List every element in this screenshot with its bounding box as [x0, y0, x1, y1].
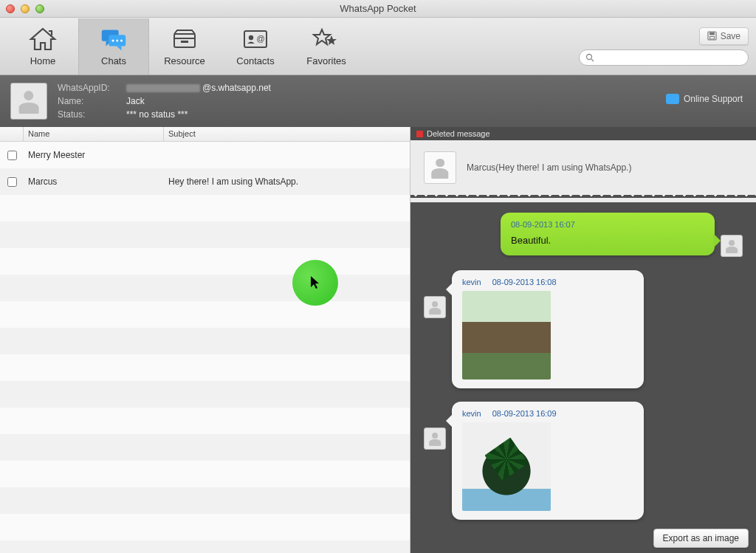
row-checkbox[interactable] — [7, 151, 17, 160]
minimize-window-button[interactable] — [21, 4, 30, 13]
status-value: *** no status *** — [126, 109, 188, 120]
header-subject[interactable]: Subject — [164, 127, 410, 141]
deleted-label: Deleted message — [427, 129, 490, 138]
toolbar-label: Favorites — [306, 55, 346, 66]
message-bubble[interactable]: kevin 08-09-2013 16:08 — [452, 270, 644, 388]
svg-point-2 — [112, 39, 114, 41]
online-support-label: Online Support — [684, 94, 743, 104]
toolbar-chats[interactable]: Chats — [78, 18, 149, 75]
list-item[interactable]: Marcus Hey there! I am using WhatsApp. — [0, 168, 410, 195]
message-text: Beautiful. — [511, 235, 551, 246]
chats-icon — [99, 26, 128, 52]
deleted-message-legend: Deleted message — [410, 127, 756, 140]
name-label: Name: — [58, 96, 120, 106]
search-input-wrapper[interactable] — [579, 49, 749, 66]
message-row-incoming: kevin 08-09-2013 16:09 — [424, 402, 743, 520]
online-support-link[interactable]: Online Support — [666, 94, 743, 104]
message-row-outgoing: 08-09-2013 16:07 Beautiful. — [424, 213, 743, 257]
message-timestamp: 08-09-2013 16:08 — [492, 278, 557, 286]
favorites-icon — [312, 26, 341, 52]
message-image[interactable] — [462, 291, 551, 379]
svg-rect-11 — [709, 32, 715, 35]
row-checkbox[interactable] — [7, 177, 17, 187]
titlebar: WhatsApp Pocket — [0, 0, 756, 18]
message-avatar — [424, 296, 446, 318]
whatsappid-value: @s.whatsapp.net — [126, 83, 271, 93]
messages-area[interactable]: 08-09-2013 16:07 Beautiful. kevin 08-09-… — [410, 202, 756, 553]
search-input[interactable] — [598, 52, 742, 63]
whatsappid-label: WhatsAppID: — [58, 83, 120, 93]
resource-icon — [170, 26, 199, 52]
toolbar-home[interactable]: Home — [7, 18, 78, 75]
message-timestamp: 08-09-2013 16:07 — [511, 220, 704, 229]
search-icon — [585, 53, 594, 62]
svg-text:@: @ — [256, 34, 264, 43]
chat-header-text: Marcus(Hey there! I am using WhatsApp.) — [467, 162, 631, 173]
window-controls — [6, 4, 44, 13]
support-icon — [666, 94, 679, 104]
toolbar-favorites[interactable]: Favorites — [291, 18, 362, 75]
chat-panel: Deleted message Marcus(Hey there! I am u… — [410, 127, 756, 553]
svg-rect-12 — [709, 37, 714, 40]
svg-point-13 — [587, 54, 592, 59]
svg-rect-6 — [181, 41, 188, 43]
message-bubble[interactable]: 08-09-2013 16:07 Beautiful. — [501, 213, 715, 255]
message-image[interactable] — [462, 422, 551, 511]
toolbar-label: Home — [30, 55, 56, 66]
svg-point-8 — [249, 35, 253, 40]
save-button[interactable]: Save — [699, 27, 749, 45]
home-icon — [28, 26, 58, 52]
list-header: Name Subject — [0, 127, 410, 142]
zoom-window-button[interactable] — [35, 4, 44, 13]
svg-point-4 — [120, 39, 123, 41]
contact-info-bar: WhatsAppID: @s.whatsapp.net Name: Jack S… — [0, 75, 756, 127]
contacts-icon: @ — [241, 26, 270, 52]
close-window-button[interactable] — [6, 4, 15, 13]
message-row-incoming: kevin 08-09-2013 16:08 — [424, 270, 743, 388]
name-value: Jack — [126, 96, 145, 106]
export-label: Export as an image — [663, 533, 739, 543]
message-avatar — [721, 235, 743, 257]
toolbar-label: Contacts — [236, 55, 274, 66]
toolbar-contacts[interactable]: @ Contacts — [220, 18, 291, 75]
contact-avatar — [10, 83, 47, 120]
row-subject: Hey there! I am using WhatsApp. — [164, 176, 410, 187]
deleted-indicator-icon — [416, 131, 423, 137]
svg-line-14 — [591, 59, 594, 61]
save-label: Save — [721, 31, 740, 41]
toolbar-label: Resource — [164, 55, 205, 66]
toolbar-resource[interactable]: Resource — [149, 18, 220, 75]
header-name[interactable]: Name — [24, 127, 164, 141]
status-label: Status: — [58, 109, 120, 120]
row-name: Marcus — [24, 176, 164, 187]
export-as-image-button[interactable]: Export as an image — [653, 529, 749, 548]
message-bubble[interactable]: kevin 08-09-2013 16:09 — [452, 402, 644, 520]
row-name: Merry Meester — [24, 150, 164, 160]
svg-point-3 — [116, 39, 118, 41]
message-avatar — [424, 427, 446, 450]
cursor-icon — [309, 275, 321, 290]
chat-list-panel: Name Subject Merry Meester Marcus Hey th… — [0, 127, 410, 553]
list-rows: Merry Meester Marcus Hey there! I am usi… — [0, 142, 410, 553]
window-title: WhatsApp Pocket — [340, 3, 416, 14]
message-timestamp: 08-09-2013 16:09 — [492, 409, 557, 418]
message-sender: kevin — [462, 278, 481, 286]
chat-contact-avatar — [424, 151, 456, 184]
toolbar-label: Chats — [101, 55, 126, 66]
chat-header: Marcus(Hey there! I am using WhatsApp.) — [410, 140, 756, 195]
save-icon — [707, 31, 717, 41]
list-item[interactable]: Merry Meester — [0, 142, 410, 168]
cursor-highlight — [292, 260, 338, 306]
message-sender: kevin — [462, 409, 481, 418]
toolbar: Home Chats Resource @ Contacts Favorites — [0, 18, 756, 75]
header-divider — [410, 195, 756, 202]
